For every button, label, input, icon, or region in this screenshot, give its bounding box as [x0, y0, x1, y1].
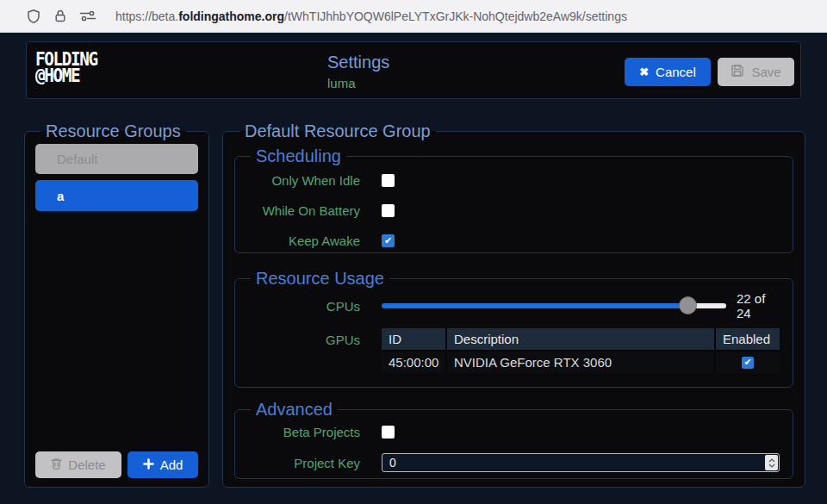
add-group-button[interactable]: Add	[127, 451, 198, 478]
beta-projects-row: Beta Projects	[246, 421, 782, 442]
slider-fill	[382, 303, 688, 308]
group-item-a[interactable]: a	[35, 180, 198, 211]
save-icon	[731, 64, 744, 80]
project-key-value: 0	[382, 456, 765, 470]
slider-thumb[interactable]	[679, 296, 697, 314]
resource-groups-panel: Resource Groups Default a Delete	[24, 121, 209, 488]
gpu-table: ID Description Enabled 45:00:00 NVIDIA G…	[382, 328, 780, 373]
save-button[interactable]: Save	[718, 58, 794, 86]
save-label: Save	[751, 65, 780, 79]
default-resource-group-legend: Default Resource Group	[239, 121, 436, 141]
while-on-battery-label: While On Battery	[246, 203, 360, 218]
logo-line-2: @HOME	[35, 68, 97, 84]
gpu-id-cell: 45:00:00	[382, 352, 447, 373]
url-path: /tWhTIJhhbYOQW6lPeLYTxGrJKk-NohQtejdwb2e…	[284, 9, 627, 23]
cpus-label: CPUs	[246, 299, 360, 314]
number-spinner[interactable]	[765, 455, 778, 470]
cancel-label: Cancel	[656, 65, 696, 79]
url-domain: foldingathome.org	[178, 9, 284, 23]
page-title: Settings	[327, 53, 389, 72]
delete-label: Delete	[68, 457, 105, 472]
trash-icon	[51, 457, 62, 472]
gpu-header-description: Description	[447, 328, 716, 350]
close-icon: ✖	[639, 65, 649, 78]
only-when-idle-label: Only When Idle	[246, 173, 360, 188]
project-key-input[interactable]: 0	[382, 453, 780, 472]
gpu-enabled-cell	[716, 352, 780, 373]
only-when-idle-checkbox[interactable]	[382, 174, 395, 187]
gpus-row: GPUs ID Description Enabled 45:00:00 NVI…	[246, 328, 782, 373]
shield-icon[interactable]	[26, 9, 41, 24]
address-bar[interactable]: https://beta.foldingathome.org/tWhTIJhhb…	[115, 9, 627, 23]
gpu-table-header: ID Description Enabled	[382, 328, 780, 350]
project-key-row: Project Key 0	[246, 452, 782, 473]
foldingathome-logo: FOLDING @HOME	[35, 52, 97, 85]
permissions-icon[interactable]	[79, 9, 96, 22]
group-item-default[interactable]: Default	[35, 144, 198, 174]
gpu-header-enabled: Enabled	[716, 328, 780, 350]
plus-icon	[143, 457, 154, 472]
chevron-down-icon	[768, 464, 775, 468]
chevron-up-icon	[768, 458, 775, 463]
beta-projects-checkbox[interactable]	[382, 426, 395, 439]
resource-usage-section: Resource Usage CPUs 22 of 24 GPUs ID Des…	[234, 269, 793, 388]
project-key-label: Project Key	[246, 456, 360, 470]
gpu-header-id: ID	[382, 328, 447, 350]
add-label: Add	[160, 457, 183, 472]
cpus-slider[interactable]	[382, 296, 726, 315]
gpus-label: GPUs	[246, 333, 360, 347]
delete-group-button[interactable]: Delete	[35, 451, 121, 478]
beta-projects-label: Beta Projects	[246, 425, 360, 439]
gpu-table-row: 45:00:00 NVIDIA GeForce RTX 3060	[382, 352, 780, 373]
default-resource-group-panel: Default Resource Group Scheduling Only W…	[222, 121, 805, 488]
while-on-battery-row: While On Battery	[246, 200, 782, 221]
advanced-legend: Advanced	[251, 400, 338, 420]
lock-icon[interactable]	[53, 9, 67, 23]
advanced-section: Advanced Beta Projects Project Key 0	[234, 400, 793, 479]
resource-usage-legend: Resource Usage	[251, 269, 389, 289]
scheduling-legend: Scheduling	[251, 146, 346, 166]
resource-groups-legend: Resource Groups	[40, 121, 186, 141]
while-on-battery-checkbox[interactable]	[382, 204, 395, 217]
cancel-button[interactable]: ✖ Cancel	[625, 58, 711, 86]
browser-toolbar: https://beta.foldingathome.org/tWhTIJhhb…	[0, 0, 827, 33]
keep-awake-row: Keep Awake	[246, 230, 782, 251]
gpu-enabled-checkbox[interactable]	[742, 357, 754, 369]
settings-page: FOLDING @HOME Settings luma ✖ Cancel Sav…	[0, 33, 827, 504]
gpu-description-cell: NVIDIA GeForce RTX 3060	[447, 352, 716, 373]
header: FOLDING @HOME Settings luma ✖ Cancel Sav…	[26, 41, 801, 99]
only-when-idle-row: Only When Idle	[246, 170, 782, 190]
account-name: luma	[327, 76, 389, 90]
keep-awake-label: Keep Awake	[246, 233, 360, 248]
scheduling-section: Scheduling Only When Idle While On Batte…	[234, 146, 793, 253]
cpus-row: CPUs 22 of 24	[246, 296, 782, 316]
keep-awake-checkbox[interactable]	[382, 234, 395, 247]
cpus-value: 22 of 24	[737, 291, 782, 320]
url-prefix: https://beta.	[115, 9, 178, 23]
